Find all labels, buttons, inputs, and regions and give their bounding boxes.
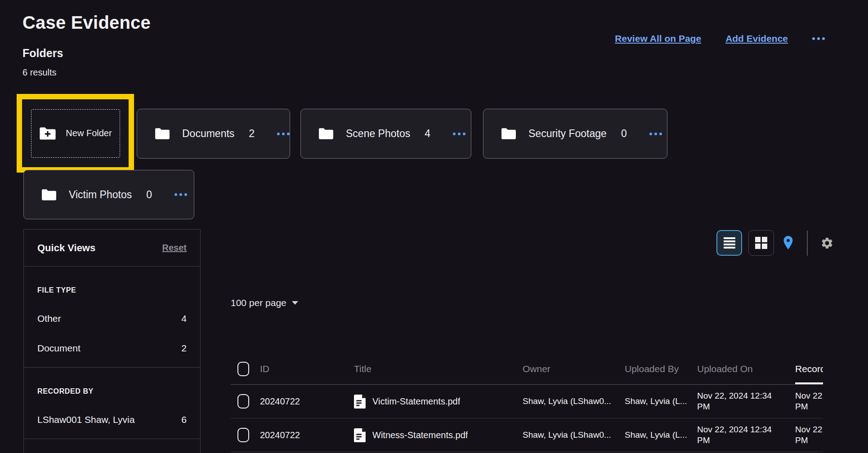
folder-count: 2 <box>249 128 255 140</box>
filter-name: Other <box>37 313 61 324</box>
folder-card-documents[interactable]: Documents 2 <box>137 109 290 159</box>
grid-view-icon <box>755 237 767 249</box>
filter-item-document[interactable]: Document 2 <box>37 343 187 354</box>
table-row[interactable]: 20240722 Victim-Statements.pdf Shaw, Lyv… <box>231 385 823 418</box>
evidence-table: ID Title Owner Uploaded By Uploaded On R… <box>231 353 823 453</box>
row-checkbox[interactable] <box>237 394 249 409</box>
column-header-id[interactable]: ID <box>260 364 354 374</box>
table-header-row: ID Title Owner Uploaded By Uploaded On R… <box>231 353 823 385</box>
view-toggles <box>716 230 836 256</box>
column-header-uploaded-by[interactable]: Uploaded By <box>625 364 697 374</box>
filter-item-lshaw001[interactable]: LShaw001 Shaw, Lyvia 6 <box>37 414 187 425</box>
chevron-down-icon <box>292 301 298 305</box>
folder-overflow-icon[interactable] <box>274 130 292 138</box>
filter-name: Document <box>37 343 81 354</box>
column-header-uploaded-on[interactable]: Uploaded On <box>697 364 795 374</box>
column-header-recorded-on[interactable]: Recorded On <box>795 364 823 374</box>
cell-uploaded-by: Shaw, Lyvia (L... <box>625 396 697 406</box>
page-title: Case Evidence <box>22 13 151 33</box>
cell-title[interactable]: Victim-Statements.pdf <box>372 396 460 407</box>
folder-overflow-icon[interactable] <box>172 191 190 199</box>
header-actions: Review All on Page Add Evidence <box>615 33 825 44</box>
folder-name: Documents <box>182 128 234 140</box>
reset-link[interactable]: Reset <box>162 243 187 253</box>
document-icon <box>354 428 366 442</box>
toggle-divider <box>807 231 808 256</box>
per-page-dropdown[interactable]: 100 per page <box>231 298 298 308</box>
folder-icon <box>41 188 57 201</box>
grid-view-button[interactable] <box>748 230 774 256</box>
cell-uploaded-on: Nov 22, 2024 12:34 PM <box>697 424 780 446</box>
folder-card-security-footage[interactable]: Security Footage 0 <box>483 109 667 159</box>
folder-overflow-icon[interactable] <box>647 130 665 138</box>
highlight-annotation: New Folder <box>17 94 134 173</box>
filter-count: 4 <box>181 313 187 324</box>
gear-icon <box>820 236 834 250</box>
cell-owner: Shaw, Lyvia (LShaw0... <box>523 430 625 440</box>
folder-name: Security Footage <box>528 128 607 140</box>
folder-count: 0 <box>146 189 152 201</box>
cell-owner: Shaw, Lyvia (LShaw0... <box>523 396 625 406</box>
row-checkbox[interactable] <box>237 428 249 442</box>
filter-name: LShaw001 Shaw, Lyvia <box>37 414 134 425</box>
folder-count: 4 <box>425 128 430 140</box>
results-count: 6 results <box>22 67 57 78</box>
quick-views-panel: Quick Views Reset FILE TYPE Other 4 Docu… <box>23 229 201 453</box>
cell-recorded-on: Nov 22, 2024 12:34 PM <box>795 424 823 446</box>
filter-count: 2 <box>181 343 187 354</box>
add-evidence-link[interactable]: Add Evidence <box>725 33 788 44</box>
new-folder-label: New Folder <box>66 128 112 138</box>
select-all-checkbox[interactable] <box>237 362 249 376</box>
folder-count: 0 <box>621 128 627 140</box>
per-page-value: 100 per page <box>231 298 286 308</box>
sort-indicator <box>795 382 823 384</box>
folder-card-scene-photos[interactable]: Scene Photos 4 <box>300 109 471 159</box>
quick-views-title: Quick Views <box>37 242 95 254</box>
folder-plus-icon <box>39 126 57 141</box>
quick-views-section-file-type: FILE TYPE Other 4 Document 2 <box>24 266 200 368</box>
review-all-link[interactable]: Review All on Page <box>615 33 701 44</box>
quick-views-section-recorded-by: RECORDED BY LShaw001 Shaw, Lyvia 6 <box>24 368 200 439</box>
section-label: FILE TYPE <box>37 286 187 294</box>
folder-name: Victim Photos <box>69 189 132 201</box>
new-folder-button[interactable]: New Folder <box>31 109 120 158</box>
cell-uploaded-by: Shaw, Lyvia (L... <box>625 430 697 440</box>
table-row[interactable]: 20240722 Witness-Statements.pdf Shaw, Ly… <box>231 418 823 452</box>
map-view-button[interactable] <box>780 235 796 250</box>
cell-uploaded-on: Nov 22, 2024 12:34 PM <box>697 391 780 412</box>
folder-icon <box>501 127 517 140</box>
list-view-button[interactable] <box>716 230 742 256</box>
settings-button[interactable] <box>819 236 836 250</box>
filter-count: 6 <box>181 414 187 425</box>
cell-id: 20240722 <box>260 396 354 407</box>
list-view-icon <box>724 237 735 249</box>
overflow-menu-icon[interactable] <box>812 37 825 40</box>
quick-views-header: Quick Views Reset <box>24 230 200 266</box>
folder-card-victim-photos[interactable]: Victim Photos 0 <box>23 170 194 219</box>
folder-icon <box>318 127 334 140</box>
folder-icon <box>154 127 170 140</box>
document-icon <box>354 395 366 409</box>
page-subtitle: Folders <box>22 47 63 60</box>
cell-id: 20240722 <box>260 430 354 440</box>
column-header-owner[interactable]: Owner <box>523 364 625 374</box>
folder-overflow-icon[interactable] <box>450 130 468 138</box>
cell-recorded-on: Nov 22, 2024 12:34 PM <box>795 391 823 412</box>
section-label: RECORDED BY <box>37 387 187 395</box>
cell-title[interactable]: Witness-Statements.pdf <box>372 430 468 440</box>
filter-item-other[interactable]: Other 4 <box>37 313 187 324</box>
map-pin-icon <box>782 235 794 250</box>
column-header-title[interactable]: Title <box>354 364 523 374</box>
highlight-inner: New Folder <box>22 99 129 167</box>
folder-name: Scene Photos <box>346 128 410 140</box>
